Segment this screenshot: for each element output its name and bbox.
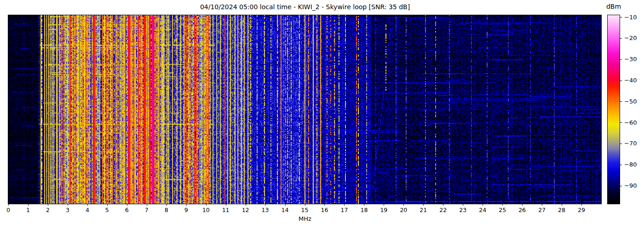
- x-tick-label: 7: [145, 207, 149, 213]
- x-tick-mark: [344, 204, 345, 206]
- colorbar-tick-label: −90: [624, 183, 637, 189]
- x-tick-label: 28: [558, 207, 565, 213]
- x-tick-label: 9: [184, 207, 188, 213]
- x-axis-label: MHz: [299, 215, 311, 222]
- x-tick-label: 18: [360, 207, 368, 213]
- colorbar-tick-mark: [620, 17, 622, 17]
- x-tick-label: 26: [518, 207, 526, 213]
- colorbar-tick-label: −50: [624, 98, 637, 105]
- colorbar-tick-label: −10: [624, 14, 637, 21]
- colorbar-tick-mark: [620, 59, 622, 60]
- x-tick-label: 1: [26, 207, 30, 213]
- x-tick-mark: [364, 204, 364, 206]
- x-tick-mark: [384, 204, 384, 206]
- plot-area: [8, 15, 602, 204]
- x-tick-mark: [324, 204, 325, 206]
- x-tick-label: 24: [479, 207, 486, 213]
- x-tick-mark: [443, 204, 443, 206]
- x-tick-label: 11: [222, 207, 230, 213]
- colorbar-tick-label: −40: [624, 77, 637, 84]
- colorbar-tick-mark: [620, 144, 622, 144]
- x-tick-label: 25: [499, 207, 506, 213]
- x-tick-label: 19: [380, 207, 387, 213]
- x-tick-mark: [48, 204, 48, 206]
- x-tick-label: 6: [125, 207, 129, 213]
- x-tick-label: 16: [321, 207, 328, 213]
- x-tick-mark: [483, 204, 483, 206]
- x-tick-mark: [423, 204, 424, 206]
- colorbar-tick-mark: [620, 165, 622, 165]
- x-tick-mark: [502, 204, 503, 206]
- x-tick-mark: [28, 204, 29, 206]
- colorbar-tick-mark: [620, 101, 622, 102]
- x-tick-label: 12: [242, 207, 249, 213]
- colorbar-tick-label: −20: [624, 35, 637, 41]
- x-tick-label: 3: [66, 207, 69, 213]
- x-tick-mark: [522, 204, 523, 206]
- x-tick-label: 22: [439, 207, 447, 213]
- x-tick-mark: [581, 204, 582, 206]
- x-tick-label: 21: [420, 207, 427, 213]
- colorbar: [607, 15, 620, 204]
- colorbar-tick-label: −70: [624, 140, 637, 147]
- x-tick-mark: [542, 204, 542, 206]
- x-tick-mark: [403, 204, 404, 206]
- x-tick-label: 29: [578, 207, 585, 213]
- colorbar-label: dBm: [606, 3, 621, 10]
- colorbar-tick-mark: [620, 80, 622, 81]
- x-tick-label: 5: [105, 207, 109, 213]
- x-tick-label: 8: [165, 207, 168, 213]
- x-tick-mark: [305, 204, 305, 206]
- x-tick-mark: [285, 204, 286, 206]
- x-tick-mark: [167, 204, 167, 206]
- x-tick-label: 15: [301, 207, 309, 213]
- x-tick-label: 23: [459, 207, 466, 213]
- x-tick-mark: [562, 204, 562, 206]
- x-tick-label: 2: [46, 207, 50, 213]
- x-tick-label: 17: [340, 207, 348, 213]
- colorbar-tick-mark: [620, 186, 622, 186]
- colorbar-tick-label: −80: [624, 161, 637, 168]
- x-tick-mark: [87, 204, 88, 206]
- x-tick-mark: [186, 204, 187, 206]
- x-tick-label: 0: [6, 207, 10, 213]
- x-tick-mark: [226, 204, 226, 206]
- x-tick-label: 27: [538, 207, 546, 213]
- spectrogram-heatmap: [8, 15, 601, 204]
- x-tick-label: 20: [400, 207, 407, 213]
- x-tick-mark: [206, 204, 207, 206]
- colorbar-tick-mark: [620, 38, 622, 39]
- colorbar-tick-label: −30: [624, 56, 637, 63]
- x-tick-label: 10: [202, 207, 210, 213]
- x-tick-label: 14: [282, 207, 289, 213]
- x-tick-mark: [265, 204, 266, 206]
- x-tick-mark: [107, 204, 108, 206]
- x-tick-label: 4: [86, 207, 89, 213]
- colorbar-tick-mark: [620, 122, 622, 123]
- x-tick-mark: [463, 204, 463, 206]
- x-tick-mark: [147, 204, 147, 206]
- spectrogram-figure: 04/10/2024 05:00 local time - KIWI_2 - S…: [0, 0, 644, 230]
- chart-title: 04/10/2024 05:00 local time - KIWI_2 - S…: [200, 3, 410, 11]
- colorbar-tick-label: −60: [624, 120, 637, 126]
- x-tick-mark: [68, 204, 68, 206]
- x-tick-mark: [8, 204, 9, 206]
- x-tick-label: 13: [262, 207, 269, 213]
- x-tick-mark: [246, 204, 246, 206]
- x-tick-mark: [127, 204, 127, 206]
